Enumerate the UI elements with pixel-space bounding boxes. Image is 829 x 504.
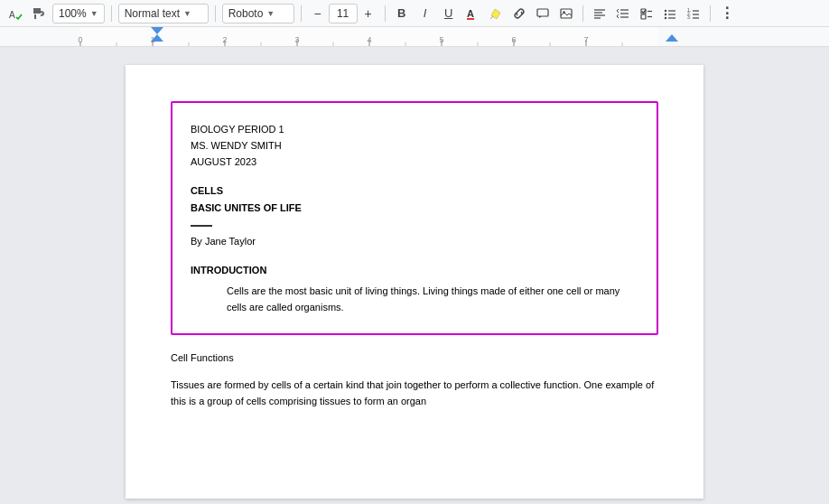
zoom-chevron: ▼ <box>90 9 98 18</box>
svg-text:3.: 3. <box>687 14 691 20</box>
font-value: Roboto <box>228 7 264 20</box>
font-size-box[interactable]: 11 <box>329 4 358 23</box>
header-line1: BIOLOGY PERIOD 1 <box>191 121 638 137</box>
header-line2: MS. WENDY SMITH <box>191 137 638 154</box>
svg-point-20 <box>664 13 666 14</box>
toolbar: A 100% ▼ Normal text ▼ Roboto ▼ − 11 + <box>0 0 829 27</box>
separator-1 <box>111 5 112 22</box>
font-chevron: ▼ <box>266 9 275 18</box>
separator-5 <box>582 5 583 22</box>
font-size-value: 11 <box>337 7 349 20</box>
text-align-button[interactable] <box>590 4 610 23</box>
cell-functions-body: Tissues are formed by cells of a certain… <box>171 377 658 409</box>
intro-body: Cells are the most basic unit of living … <box>191 283 638 315</box>
text-color-button[interactable]: A <box>462 4 482 23</box>
svg-rect-6 <box>561 9 572 18</box>
separator-3 <box>301 5 302 22</box>
underline-button[interactable]: U <box>439 4 459 23</box>
svg-point-21 <box>664 16 666 18</box>
separator-4 <box>385 5 386 22</box>
text-style-dropdown[interactable]: Normal text ▼ <box>118 4 209 23</box>
spellcheck-icon[interactable]: A <box>5 4 25 23</box>
svg-text:A: A <box>467 8 474 19</box>
increase-font-button[interactable]: + <box>359 4 378 23</box>
bullet-list-button[interactable] <box>660 4 680 23</box>
text-style-value: Normal text <box>125 7 180 20</box>
line-spacing-button[interactable] <box>613 4 633 23</box>
cells-line1: CELLS <box>191 182 638 199</box>
highlight-color-button[interactable] <box>486 4 506 23</box>
text-style-chevron: ▼ <box>183 9 191 18</box>
below-region: Cell Functions Tissues are formed by cel… <box>171 350 658 409</box>
italic-button[interactable]: I <box>415 4 435 23</box>
numbered-list-button[interactable]: 1. 2. 3. <box>684 4 703 23</box>
document-area: BIOLOGY PERIOD 1 MS. WENDY SMITH AUGUST … <box>0 47 829 504</box>
svg-rect-16 <box>641 14 646 19</box>
separator-2 <box>215 5 216 22</box>
svg-point-19 <box>664 9 666 11</box>
svg-rect-2 <box>34 14 36 19</box>
more-options-button[interactable]: ⋮ <box>717 4 737 23</box>
zoom-value: 100% <box>59 7 87 20</box>
link-button[interactable] <box>509 4 529 23</box>
bold-button[interactable]: B <box>392 4 412 23</box>
svg-rect-5 <box>537 9 548 16</box>
intro-title: INTRODUCTION <box>191 265 638 275</box>
font-size-group: − 11 + <box>308 4 378 23</box>
doc-divider <box>191 225 212 227</box>
ruler: 0 1 2 3 4 5 6 7 <box>0 27 829 47</box>
header-line3: AUGUST 2023 <box>191 154 638 170</box>
document-page[interactable]: BIOLOGY PERIOD 1 MS. WENDY SMITH AUGUST … <box>126 65 703 499</box>
font-dropdown[interactable]: Roboto ▼ <box>222 4 294 23</box>
separator-6 <box>710 5 711 22</box>
decrease-font-button[interactable]: − <box>308 4 328 23</box>
cells-title: CELLS BASIC UNITES OF LIFE <box>191 182 638 215</box>
paint-format-icon[interactable] <box>29 4 49 23</box>
doc-header: BIOLOGY PERIOD 1 MS. WENDY SMITH AUGUST … <box>191 121 638 170</box>
insert-image-button[interactable] <box>556 4 576 23</box>
cells-line2: BASIC UNITES OF LIFE <box>191 200 638 216</box>
svg-rect-1 <box>33 8 41 14</box>
checklist-button[interactable] <box>637 4 657 23</box>
svg-rect-4 <box>467 18 474 20</box>
doc-author: By Jane Taylor <box>191 236 638 247</box>
zoom-dropdown[interactable]: 100% ▼ <box>52 4 105 23</box>
cell-functions-title: Cell Functions <box>171 350 658 366</box>
selected-text-region[interactable]: BIOLOGY PERIOD 1 MS. WENDY SMITH AUGUST … <box>171 101 658 335</box>
insert-comment-button[interactable] <box>533 4 553 23</box>
svg-text:A: A <box>9 10 15 20</box>
